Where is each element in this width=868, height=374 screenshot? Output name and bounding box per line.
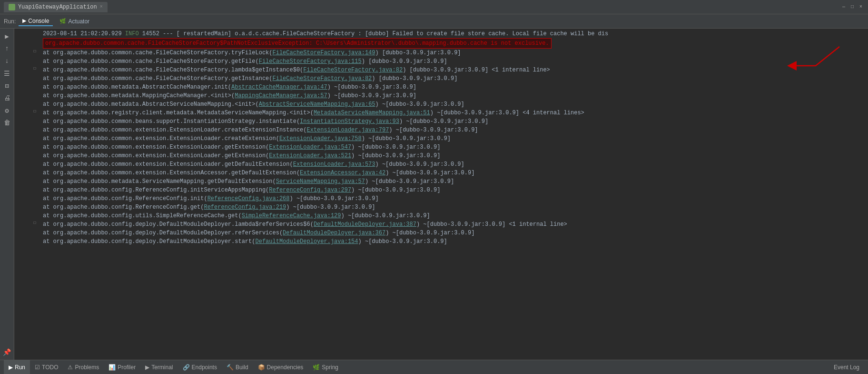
stack-trace-link[interactable]: MappingCacheManager.java:57 [235,92,327,99]
filter2-icon[interactable]: ⊟ [1,80,13,91]
log-line: ◻ at org.apache.dubbo.config.deploy.Defa… [14,220,868,229]
app-tab[interactable]: YuapiGatewayApplication × [4,2,108,12]
stack-trace-link[interactable]: ExtensionLoader.java:573 [293,161,375,168]
stack-trace-link[interactable]: ExtensionLoader.java:547 [269,144,351,151]
stack-trace-link[interactable]: ReferenceConfig.java:268 [207,195,290,202]
status-profiler-tab[interactable]: 📊 Profiler [104,360,140,374]
log-text: at org.apache.dubbo.metadata.AbstractSer… [43,100,464,109]
log-text: at org.apache.dubbo.common.cache.FileCac… [43,57,447,66]
log-line: ◻ at org.apache.dubbo.common.cache.FileC… [14,66,868,74]
print-icon[interactable]: 🖨 [1,92,13,104]
scroll-up-icon[interactable]: ↑ [1,43,13,54]
status-todo-tab[interactable]: ☑ TODO [30,360,63,374]
status-problems-tab[interactable]: ⚠ Problems [63,360,104,374]
stack-trace-link[interactable]: AbstractCacheManager.java:47 [231,84,327,91]
log-line: 2023-08-11 21:02:20.929 INFO 14552 --- [… [14,30,868,38]
stack-trace-link[interactable]: AbstractServiceNameMapping.java:65 [259,101,375,108]
settings-icon[interactable]: ⚙ [1,105,13,116]
status-todo-label: TODO [42,364,58,371]
status-right: Event Log [829,360,864,374]
stack-trace-link[interactable]: DefaultModuleDeployer.java:367 [283,230,385,236]
trash-icon[interactable]: 🗑 [1,117,13,129]
status-build-label: Build [236,364,248,371]
stack-trace-link[interactable]: SimpleReferenceCache.java:129 [242,212,341,219]
stack-trace-link[interactable]: ExtensionLoader.java:758 [279,135,362,142]
status-terminal-tab[interactable]: ▶ Terminal [140,360,178,374]
maximize-button[interactable]: □ [849,4,856,10]
log-text: at org.apache.dubbo.common.extension.Ext… [43,169,474,177]
log-line: at org.apache.dubbo.metadata.AbstractSer… [14,100,868,109]
log-text: at org.apache.dubbo.config.ReferenceConf… [43,194,379,203]
log-text: at org.apache.dubbo.metadata.AbstractCac… [43,83,416,91]
log-text: at org.apache.dubbo.common.extension.Ext… [43,160,464,169]
stack-trace-link[interactable]: FileCacheStoreFactory.java:149 [272,50,375,56]
status-build-tab[interactable]: 🔨 Build [222,360,253,374]
stack-trace-link[interactable]: DefaultModuleDeployer.java:387 [314,221,416,228]
log-text: at org.apache.dubbo.common.extension.Ext… [43,143,440,152]
event-log-tab[interactable]: Event Log [829,360,864,374]
console-tab-icon: ▶ [22,18,26,24]
status-dependencies-tab[interactable]: 📦 Dependencies [253,360,308,374]
status-terminal-icon: ▶ [145,364,149,371]
scroll-down-icon[interactable]: ↓ [1,55,13,67]
pin-icon[interactable]: 📌 [1,346,13,358]
gutter-icon[interactable]: ◻ [32,49,38,54]
error-line-text: org.apache.dubbo.common.cache.FileCacheS… [43,38,552,49]
log-line: at org.apache.dubbo.common.extension.Ext… [14,134,868,143]
gutter-icon[interactable]: ◻ [32,109,38,114]
log-text: 2023-08-11 21:02:20.929 INFO 14552 --- [… [43,30,608,38]
log-line: at org.apache.dubbo.config.deploy.Defaul… [14,229,868,237]
log-line: at org.apache.dubbo.config.ReferenceConf… [14,186,868,194]
log-line: at org.apache.dubbo.common.extension.Ext… [14,143,868,152]
status-endpoints-tab[interactable]: 🔗 Endpoints [178,360,222,374]
log-text: at org.apache.dubbo.config.deploy.Defaul… [43,229,474,237]
stack-trace-link[interactable]: ExtensionLoader.java:797 [307,127,389,133]
gutter-icon[interactable]: ◻ [32,66,38,71]
close-window-button[interactable]: × [858,4,864,10]
stack-trace-link[interactable]: MetadataServiceNameMapping.java:51 [314,110,430,116]
status-spring-label: Spring [322,364,338,371]
log-text: at org.apache.dubbo.common.cache.FileCac… [43,74,457,83]
log-line: at org.apache.dubbo.config.ReferenceConf… [14,194,868,203]
app-icon [9,4,15,10]
stack-trace-link[interactable]: ReferenceConfig.java:297 [269,187,351,193]
log-line: at org.apache.dubbo.config.deploy.Defaul… [14,237,868,246]
stack-trace-link[interactable]: ExtensionLoader.java:521 [269,152,351,159]
log-line: ◻ at org.apache.dubbo.common.cache.FileC… [14,49,868,57]
stack-trace-link[interactable]: FileCacheStoreFactory.java:115 [259,58,362,65]
stack-trace-link[interactable]: FileCacheStoreFactory.java:82 [303,67,403,73]
status-run-tab[interactable]: ▶ Run [4,360,30,374]
log-text: at org.apache.dubbo.metadata.MappingCach… [43,91,416,100]
log-text: at org.apache.dubbo.common.extension.Ext… [43,152,440,160]
status-spring-tab[interactable]: 🌿 Spring [308,360,343,374]
stack-trace-link[interactable]: DefaultModuleDeployer.java:154 [255,238,358,245]
actuator-tab-label: Actuator [68,18,89,25]
play-icon[interactable]: ▶ [1,30,13,42]
stack-trace-link[interactable]: ServiceNameMapping.java:57 [276,178,365,185]
console-tab-label: Console [28,18,49,24]
run-toolbar: Run: ▶ Console 🌿 Actuator [0,14,868,29]
console-tab[interactable]: ▶ Console [19,17,53,26]
actuator-tab[interactable]: 🌿 Actuator [56,17,93,26]
status-dependencies-icon: 📦 [258,364,265,371]
stack-trace-link[interactable]: InstantiationStrategy.java:93 [300,118,399,125]
gutter-icon[interactable]: ◻ [32,220,38,226]
tab-close-button[interactable]: × [100,4,103,10]
stack-trace-link[interactable]: ReferenceConfig.java:219 [204,204,286,211]
log-line: at org.apache.dubbo.common.cache.FileCac… [14,74,868,83]
log-line: at org.apache.dubbo.common.extension.Ext… [14,126,868,134]
filter-icon[interactable]: ☰ [1,68,13,79]
window-controls: — □ × [840,4,864,10]
log-line: at org.apache.dubbo.metadata.MappingCach… [14,91,868,100]
main-area: ▶ ↑ ↓ ☰ ⊟ 🖨 ⚙ 🗑 📌 2023-08-11 21:02:20.92… [0,29,868,360]
status-spring-icon: 🌿 [313,364,320,371]
status-profiler-label: Profiler [118,364,136,371]
status-endpoints-icon: 🔗 [183,364,190,371]
line-gutter: ◻ [14,109,40,114]
console-area[interactable]: 2023-08-11 21:02:20.929 INFO 14552 --- [… [14,29,868,360]
minimize-button[interactable]: — [840,4,847,10]
status-problems-icon: ⚠ [68,364,73,371]
stack-trace-link[interactable]: ExtensionAccessor.java:42 [300,170,385,176]
app-name: YuapiGatewayApplication [18,4,97,10]
stack-trace-link[interactable]: FileCacheStoreFactory.java:82 [272,75,372,82]
